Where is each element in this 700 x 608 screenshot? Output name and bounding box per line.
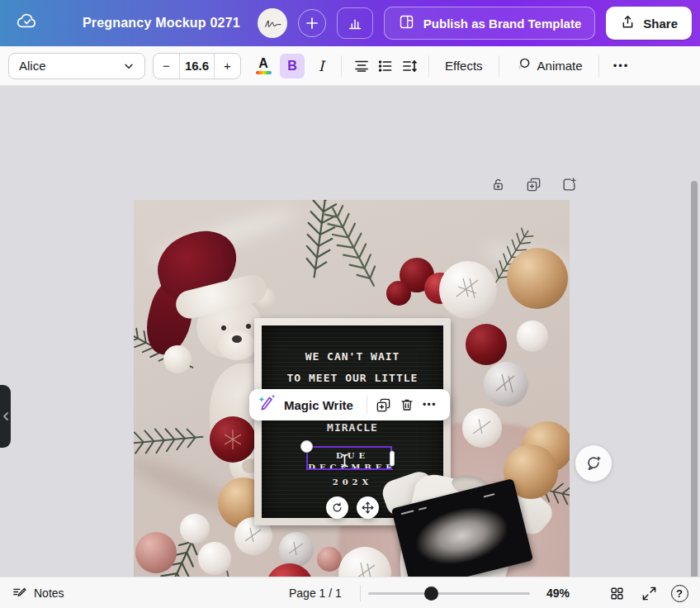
ultrasound-label bbox=[401, 510, 414, 515]
ornament bbox=[439, 261, 497, 319]
zoom-slider-knob[interactable] bbox=[424, 587, 438, 601]
page-indicator[interactable]: Page 1 / 1 bbox=[289, 577, 342, 608]
italic-button[interactable]: I bbox=[309, 54, 333, 78]
bar-chart-icon bbox=[346, 14, 364, 32]
ultrasound-label bbox=[483, 493, 494, 497]
teddy-bear-eye bbox=[246, 324, 251, 329]
letterboard-text-line3[interactable]: MIRACLE bbox=[262, 421, 443, 434]
ornament bbox=[466, 324, 507, 365]
magic-write-button[interactable]: Magic Write bbox=[284, 398, 353, 412]
comment-plus-icon bbox=[584, 454, 603, 473]
vertical-scrollbar[interactable] bbox=[691, 181, 698, 608]
notes-label: Notes bbox=[34, 587, 64, 600]
teddy-bear-eye bbox=[221, 325, 226, 330]
ornament bbox=[462, 408, 502, 448]
resize-handle-corner[interactable] bbox=[300, 440, 313, 453]
zoom-percent[interactable]: 49% bbox=[546, 577, 570, 608]
share-label: Share bbox=[643, 17, 678, 31]
line-spacing-button[interactable] bbox=[397, 54, 421, 78]
effects-button[interactable]: Effects bbox=[437, 54, 491, 78]
statusbar-divider bbox=[360, 585, 361, 601]
plus-icon bbox=[305, 16, 319, 31]
notes-button[interactable]: Notes bbox=[12, 577, 64, 608]
add-page-icon bbox=[561, 177, 577, 192]
publish-brand-template-button[interactable]: Publish as Brand Template bbox=[384, 7, 595, 40]
zoom-slider[interactable] bbox=[368, 577, 530, 608]
bold-button[interactable]: B bbox=[280, 54, 305, 78]
top-bar: Pregnancy Mockup 0271 Publish as Brand T… bbox=[0, 0, 700, 46]
document-title[interactable]: Pregnancy Mockup 0271 bbox=[83, 16, 240, 31]
element-more-button[interactable]: ••• bbox=[419, 399, 441, 411]
ornament bbox=[180, 514, 210, 544]
font-family-select[interactable]: Alice bbox=[8, 53, 145, 79]
animate-icon bbox=[515, 56, 532, 75]
letterboard-text-line1[interactable]: WE CAN'T WAIT bbox=[262, 350, 443, 363]
text-align-button[interactable] bbox=[349, 54, 373, 78]
text-color-button[interactable]: A bbox=[251, 54, 276, 78]
status-bar: Notes Page 1 / 1 49% ? bbox=[0, 577, 700, 608]
chevron-down-icon bbox=[123, 60, 135, 72]
ornament bbox=[484, 362, 528, 406]
cloud-check-icon bbox=[16, 10, 39, 36]
duplicate-page-icon bbox=[526, 177, 542, 192]
grid-view-icon bbox=[609, 586, 625, 601]
help-button[interactable]: ? bbox=[667, 577, 692, 608]
ornament bbox=[517, 321, 548, 352]
ornament bbox=[279, 532, 314, 567]
letterboard-text-line2[interactable]: TO MEET OUR LITTLE bbox=[262, 372, 443, 384]
add-collaborator-button[interactable] bbox=[298, 9, 326, 37]
toolbar-divider bbox=[428, 55, 429, 77]
duplicate-element-button[interactable] bbox=[372, 393, 395, 416]
santa-hat-pompom bbox=[163, 345, 192, 373]
delete-element-button[interactable] bbox=[395, 393, 419, 416]
ultrasound-label bbox=[419, 507, 427, 511]
font-size-increase-button[interactable]: + bbox=[214, 54, 240, 78]
bullet-list-icon bbox=[377, 58, 394, 74]
rainbow-swatch bbox=[256, 71, 272, 74]
home-cloud-button[interactable] bbox=[10, 6, 45, 40]
rotate-icon bbox=[331, 501, 343, 514]
move-handle[interactable] bbox=[357, 496, 379, 519]
line-spacing-icon bbox=[401, 58, 418, 74]
animate-button[interactable]: Animate bbox=[507, 54, 591, 78]
help-question-mark: ? bbox=[671, 585, 688, 602]
avatar[interactable] bbox=[258, 8, 287, 38]
ornament bbox=[507, 248, 568, 309]
text-color-letter: A bbox=[258, 57, 268, 69]
toolbar-divider bbox=[499, 55, 499, 77]
duplicate-page-button[interactable] bbox=[523, 173, 544, 195]
duplicate-icon bbox=[376, 397, 391, 413]
share-button[interactable]: Share bbox=[606, 7, 692, 40]
ornament bbox=[135, 532, 177, 573]
add-page-button[interactable] bbox=[558, 173, 579, 195]
canvas-workspace[interactable]: WE CAN'T WAIT TO MEET OUR LITTLE MIRACLE… bbox=[0, 86, 700, 608]
ornament bbox=[210, 416, 256, 463]
resize-handle-side[interactable] bbox=[390, 450, 395, 466]
toolbar-divider bbox=[367, 396, 367, 414]
magic-write-icon bbox=[258, 393, 277, 416]
font-size-decrease-button[interactable]: − bbox=[154, 54, 180, 78]
ornament bbox=[386, 281, 411, 306]
text-cursor-icon bbox=[340, 454, 349, 471]
chevron-left-icon bbox=[2, 412, 9, 420]
bullet-list-button[interactable] bbox=[373, 54, 397, 78]
rotate-handle[interactable] bbox=[326, 496, 348, 519]
panel-collapse-tab[interactable] bbox=[0, 385, 11, 448]
toolbar-divider bbox=[341, 55, 342, 77]
text-selection-box[interactable] bbox=[306, 446, 392, 470]
fullscreen-button[interactable] bbox=[636, 577, 661, 608]
text-toolbar: Alice − 16.6 + A B I Effects bbox=[0, 46, 700, 86]
notes-icon bbox=[12, 586, 27, 601]
toolbar-more-button[interactable]: ••• bbox=[607, 59, 636, 72]
font-size-value[interactable]: 16.6 bbox=[180, 54, 214, 78]
lock-page-button[interactable] bbox=[487, 173, 508, 195]
add-comment-button[interactable] bbox=[575, 445, 612, 482]
template-icon bbox=[398, 13, 415, 33]
grid-view-button[interactable] bbox=[604, 577, 629, 608]
greenery-sprig bbox=[134, 415, 206, 466]
signature-glyph bbox=[260, 11, 285, 36]
insights-button[interactable] bbox=[337, 7, 373, 39]
publish-label: Publish as Brand Template bbox=[423, 17, 581, 31]
zoom-slider-track[interactable] bbox=[368, 592, 530, 595]
align-center-icon bbox=[353, 58, 370, 74]
